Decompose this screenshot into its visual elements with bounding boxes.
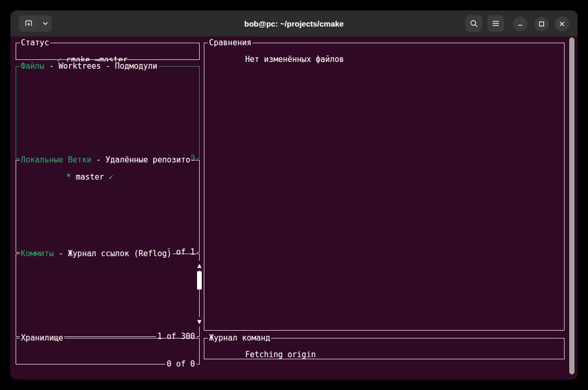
tab-list-dropdown-button[interactable]: [39, 15, 52, 32]
tabs-commits-rest[interactable]: - Журнал ссылок (Reflog): [54, 249, 172, 258]
maximize-button[interactable]: [534, 17, 549, 31]
hamburger-menu-icon: [492, 20, 500, 27]
headerbar: bob@pc: ~/projects/cmake: [10, 10, 578, 36]
panel-command-log[interactable]: Журнал команд Fetching origin: [204, 338, 565, 359]
panel-commits[interactable]: Коммиты - Журнал ссылок (Reflog) 8779693…: [16, 254, 200, 337]
current-branch-star: *: [66, 172, 71, 182]
new-tab-button-group: [19, 15, 52, 32]
panel-status-title: Статус: [21, 38, 49, 47]
branch-name: master: [71, 172, 108, 182]
search-icon: [470, 19, 479, 28]
panel-command-log-title: Журнал команд: [209, 333, 270, 343]
tabs-branches-rest[interactable]: - Удалённые репозито: [91, 155, 190, 165]
panel-diff[interactable]: Сравнения Нет изменённых файлов: [204, 43, 565, 331]
menu-button[interactable]: [487, 15, 504, 32]
commit-row[interactable]: d968391aBKMerge topic 'doc-autogen': [16, 280, 193, 289]
diff-message: Нет изменённых файлов: [245, 55, 344, 64]
close-icon: [559, 21, 565, 27]
new-tab-icon: [24, 19, 33, 28]
panel-diff-title: Сравнения: [209, 38, 251, 47]
tab-commits[interactable]: Коммиты: [21, 249, 54, 258]
branch-list-item[interactable]: * master ✓: [16, 160, 199, 191]
panel-branches[interactable]: Локальные Ветки - Удалённые репозито * m…: [16, 160, 200, 253]
minimize-icon: [517, 21, 523, 27]
tab-local-branches[interactable]: Локальные Ветки: [21, 155, 91, 165]
status-bar: <pgup>/<pgdown>: Прокрутить, <esc>: Отме…: [16, 366, 570, 375]
maximize-icon: [538, 21, 545, 27]
terminal-content: Статус ✓ cmake →master Файлы - Worktrees…: [10, 36, 578, 380]
terminal-scrollbar[interactable]: [569, 37, 574, 374]
branch-check-icon: ✓: [109, 172, 114, 182]
chevron-down-icon: [42, 21, 48, 26]
minimize-button[interactable]: [513, 17, 528, 31]
tabs-files-rest[interactable]: - Worktrees - Подмодули: [44, 61, 157, 71]
panel-stash[interactable]: Хранилище 0 of 0: [16, 338, 200, 364]
tab-files[interactable]: Файлы: [21, 61, 44, 71]
scroll-down-icon[interactable]: ▼: [196, 317, 203, 326]
search-button[interactable]: [466, 15, 482, 32]
close-button[interactable]: [555, 17, 569, 31]
panel-files[interactable]: Файлы - Worktrees - Подмодули 0 of 0: [16, 66, 200, 159]
scroll-up-icon[interactable]: ▲: [196, 261, 203, 270]
commit-row[interactable]: 8779693cKRCMake Nightly Date Stamp: [16, 261, 193, 270]
commit-row[interactable]: 0942e489BKMerge topic 'doc-autogen': [16, 289, 193, 298]
commit-row[interactable]: ccaf529cOTAutogen: Update Documentat: [16, 298, 193, 308]
terminal-window: bob@pc: ~/projects/cmake: [10, 10, 578, 380]
panel-stash-title: Хранилище: [21, 333, 63, 343]
panel-status[interactable]: Статус ✓ cmake →master: [16, 43, 200, 60]
commit-row[interactable]: 7a5959d1BKMerge branch 'release-3.29: [16, 317, 193, 326]
commit-row[interactable]: 595191cbBKMerge branch 'release-3.29: [16, 270, 193, 280]
commit-row[interactable]: 16cc011fOTcmQtAutoGenGlobalInitializ: [16, 308, 193, 317]
new-tab-button[interactable]: [19, 15, 39, 32]
commits-scrollbar-thumb[interactable]: [197, 271, 202, 290]
command-log-message: Fetching origin: [245, 350, 315, 359]
